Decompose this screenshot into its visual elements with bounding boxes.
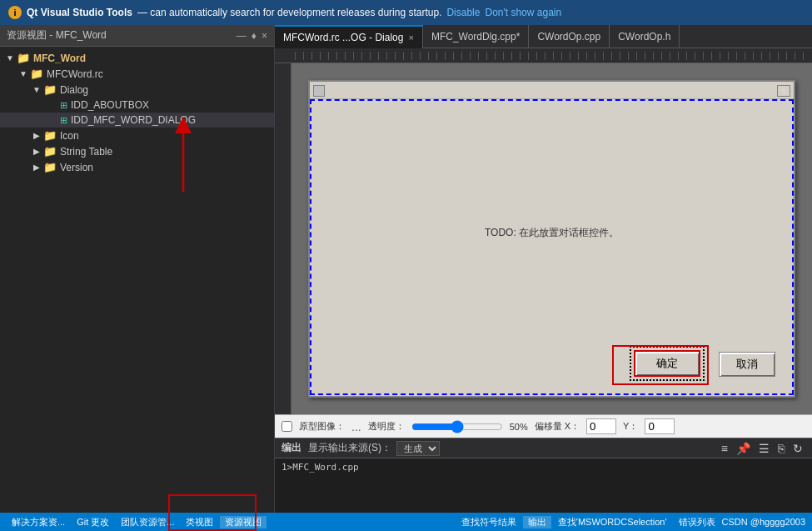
tab-close-mfcword-rc-dialog[interactable]: × bbox=[408, 33, 413, 43]
status-item-solution[interactable]: 解决方案资... bbox=[7, 516, 70, 528]
status-bar: 解决方案资... Git 更改 团队资源管... 类视图 资源视图 查找符号结果… bbox=[0, 513, 812, 531]
output-icon-copy[interactable]: ⎘ bbox=[775, 442, 787, 455]
properties-bar: 原型图像： ... 透明度： 50% 偏移量 X： Y： bbox=[275, 414, 812, 438]
tab-cwordop-cpp[interactable]: CWordOp.cpp bbox=[529, 25, 610, 48]
output-title-bar: 编出 显示输出来源(S)： 生成 ≡ 📌 ☰ ⎘ ↻ bbox=[275, 438, 812, 458]
content-area: MFCWord.rc ...OG - Dialog × MFC_WordDlg.… bbox=[275, 25, 812, 513]
offsety-input[interactable] bbox=[645, 418, 675, 434]
output-content: 1>MFC_Word.cpp bbox=[275, 458, 812, 513]
string-table-folder-icon: 📁 bbox=[43, 145, 57, 158]
tree-label-idd-mfc-dialog: IDD_MFC_WORD_DIALOG bbox=[71, 114, 196, 126]
dialog-canvas[interactable]: × TODO: 在此放置对话框控件。 确定 取消 bbox=[291, 63, 812, 414]
ruler-inner bbox=[295, 52, 809, 60]
prototype-label: 原型图像： bbox=[299, 420, 345, 433]
opacity-slider[interactable] bbox=[411, 420, 503, 433]
tree-arrow-dialog: ▼ bbox=[30, 85, 43, 94]
tree-item-mfc-word[interactable]: ▼ 📁 MFC_Word bbox=[0, 50, 274, 66]
tree-arrow-mfcword-rc: ▼ bbox=[17, 69, 30, 78]
dialog-cancel-button[interactable]: 取消 bbox=[719, 352, 775, 377]
disable-link[interactable]: Disable bbox=[446, 7, 480, 18]
sidebar-title-bar: 资源视图 - MFC_Word — ♦ × bbox=[0, 25, 274, 47]
status-item-find-symbols[interactable]: 查找符号结果 bbox=[456, 516, 521, 528]
output-controls: 显示输出来源(S)： 生成 bbox=[308, 441, 440, 456]
tree-item-icon[interactable]: ▶ 📁 Icon bbox=[0, 128, 274, 143]
tree-item-dialog[interactable]: ▼ 📁 Dialog bbox=[0, 82, 274, 98]
grid-icon-aboutbox: ⊞ bbox=[60, 100, 67, 111]
status-item-class[interactable]: 类视图 bbox=[181, 516, 218, 528]
tree-item-version[interactable]: ▶ 📁 Version bbox=[0, 159, 274, 175]
tree-label-mfc-word: MFC_Word bbox=[33, 53, 86, 64]
tab-label-mfcword-rc-dialog: MFCWord.rc ...OG - Dialog bbox=[283, 32, 403, 43]
dialog-window: × TODO: 在此放置对话框控件。 确定 取消 bbox=[308, 80, 795, 398]
offsetx-input[interactable] bbox=[586, 418, 616, 434]
grid-icon-mfc-dialog: ⊞ bbox=[60, 115, 67, 126]
output-icon-list[interactable]: ☰ bbox=[756, 442, 772, 455]
status-item-errors[interactable]: 错误列表 bbox=[674, 516, 720, 528]
info-bar: i Qt Visual Studio Tools — can automatic… bbox=[0, 0, 812, 25]
top-ruler bbox=[275, 48, 812, 63]
dialog-close-btn[interactable]: × bbox=[777, 85, 790, 97]
tree-label-icon: Icon bbox=[60, 130, 79, 142]
tree-label-version: Version bbox=[60, 162, 93, 173]
tab-cwordop-h[interactable]: CWordOp.h bbox=[610, 25, 680, 48]
sidebar: 资源视图 - MFC_Word — ♦ × ▼ 📁 MFC_Word ▼ 📁 M… bbox=[0, 25, 275, 513]
output-panel: 编出 显示输出来源(S)： 生成 ≡ 📌 ☰ ⎘ ↻ 1>MFC_Word.cp… bbox=[275, 438, 812, 513]
status-item-team[interactable]: 团队资源管... bbox=[116, 516, 179, 528]
dialog-body[interactable]: TODO: 在此放置对话框控件。 确定 取消 bbox=[310, 99, 794, 395]
dialog-system-icon bbox=[313, 85, 325, 97]
dialog-todo-text: TODO: 在此放置对话框控件。 bbox=[485, 225, 619, 239]
tree-item-idd-mfc-dialog[interactable]: ▶ ⊞ IDD_MFC_WORD_DIALOG bbox=[0, 113, 274, 128]
close-sidebar-button[interactable]: × bbox=[262, 30, 267, 42]
pin-icon[interactable]: ♦ bbox=[252, 30, 257, 42]
pin-button[interactable]: — bbox=[237, 30, 247, 42]
tree-arrow-string-table: ▶ bbox=[30, 147, 43, 156]
output-toolbar-icons: ≡ 📌 ☰ ⎘ ↻ bbox=[719, 442, 805, 455]
status-item-output[interactable]: 输出 bbox=[523, 516, 551, 528]
prototype-checkbox[interactable] bbox=[281, 421, 292, 432]
sidebar-title: 资源视图 - MFC_Word bbox=[7, 28, 107, 43]
output-title: 编出 bbox=[281, 441, 301, 455]
main-layout: 资源视图 - MFC_Word — ♦ × ▼ 📁 MFC_Word ▼ 📁 M… bbox=[0, 25, 812, 513]
info-icon: i bbox=[8, 6, 22, 19]
tab-label-cwordop-cpp: CWordOp.cpp bbox=[537, 31, 600, 43]
dont-show-link[interactable]: Don't show again bbox=[485, 7, 561, 18]
left-ruler bbox=[275, 63, 291, 414]
sidebar-controls: — ♦ × bbox=[237, 30, 267, 42]
tab-bar: MFCWord.rc ...OG - Dialog × MFC_WordDlg.… bbox=[275, 25, 812, 48]
tree-arrow-version: ▶ bbox=[30, 163, 43, 172]
tree-arrow-icon: ▶ bbox=[30, 131, 43, 140]
tab-label-mfc-worddlg-cpp: MFC_WordDlg.cpp* bbox=[431, 31, 520, 43]
props-dots[interactable]: ... bbox=[351, 420, 361, 433]
tree-label-dialog: Dialog bbox=[60, 84, 88, 96]
opacity-label: 透明度： bbox=[368, 420, 405, 433]
output-source-select[interactable]: 生成 bbox=[396, 441, 440, 456]
output-icon-align[interactable]: ≡ bbox=[719, 442, 730, 455]
dialog-ok-button[interactable]: 确定 bbox=[634, 350, 700, 377]
dialog-folder-icon: 📁 bbox=[43, 83, 57, 96]
output-icon-refresh[interactable]: ↻ bbox=[790, 442, 805, 455]
project-icon: 📁 bbox=[17, 52, 30, 64]
tab-label-cwordop-h: CWordOp.h bbox=[618, 31, 670, 43]
icon-folder-icon: 📁 bbox=[43, 129, 57, 142]
tab-mfc-worddlg-cpp[interactable]: MFC_WordDlg.cpp* bbox=[423, 25, 529, 48]
tab-mfcword-rc-dialog[interactable]: MFCWord.rc ...OG - Dialog × bbox=[275, 25, 423, 48]
tree-item-mfcword-rc[interactable]: ▼ 📁 MFCWord.rc bbox=[0, 66, 274, 82]
tree-item-string-table[interactable]: ▶ 📁 String Table bbox=[0, 143, 274, 159]
rc-folder-icon: 📁 bbox=[30, 68, 43, 80]
brand-label: CSDN @hgggg2003 bbox=[722, 517, 805, 527]
tree-label-mfcword-rc: MFCWord.rc bbox=[47, 68, 103, 80]
version-folder-icon: 📁 bbox=[43, 161, 57, 173]
dialog-title-bar: × bbox=[310, 82, 794, 99]
output-icon-pin[interactable]: 📌 bbox=[734, 442, 753, 455]
offsety-label: Y： bbox=[623, 420, 638, 433]
status-item-resource[interactable]: 资源视图 bbox=[220, 516, 267, 528]
status-item-git[interactable]: Git 更改 bbox=[72, 516, 114, 528]
status-item-find-msword[interactable]: 查找'MSWORDCSelection' bbox=[553, 516, 672, 528]
show-source-label: 显示输出来源(S)： bbox=[308, 441, 391, 455]
opacity-value: 50% bbox=[510, 422, 528, 432]
tree-label-string-table: String Table bbox=[60, 146, 112, 158]
tree-item-idd-aboutbox[interactable]: ▶ ⊞ IDD_ABOUTBOX bbox=[0, 98, 274, 113]
editor-area: × TODO: 在此放置对话框控件。 确定 取消 原型图像： bbox=[275, 48, 812, 438]
sidebar-tree: ▼ 📁 MFC_Word ▼ 📁 MFCWord.rc ▼ 📁 Dialog ▶… bbox=[0, 47, 274, 513]
app-name: Qt Visual Studio Tools bbox=[27, 7, 132, 18]
